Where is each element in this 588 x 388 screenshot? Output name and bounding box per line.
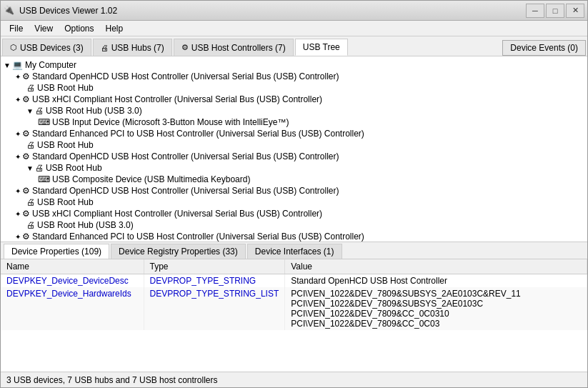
multiline-value: PCI\VEN_1022&DEV_7809&SUBSYS_2AE0103C (291, 299, 581, 309)
tree-item[interactable]: 🖨 USB Root Hub (USB 3.0) (1, 219, 587, 231)
maximize-button[interactable]: □ (546, 4, 564, 18)
expand-icon: ✦ (15, 153, 21, 161)
minimize-button[interactable]: ─ (526, 4, 544, 18)
col-header-name: Name (1, 259, 144, 274)
main-window: 🔌 USB Devices Viewer 1.02 ─ □ ✕ File Vie… (0, 0, 588, 388)
tree-item-label: USB Input Device (Microsoft 3-Button Mou… (52, 117, 289, 127)
data-table: Name Type Value DEVPKEY_Device_DeviceDes… (1, 259, 587, 330)
col-header-type: Type (144, 259, 285, 274)
hub-icon: 🖨 (26, 220, 35, 230)
tree-item-label: Standard OpenHCD USB Host Controller (Un… (32, 151, 339, 161)
tab-usb-tree-label: USB Tree (303, 42, 340, 52)
sub-tab-device-registry[interactable]: Device Registry Properties (33) (111, 244, 246, 259)
tab-usb-hc-label: USB Host Controllers (7) (191, 43, 286, 53)
tree-item[interactable]: ✦ ⚙ USB xHCI Compliant Host Controller (… (1, 208, 587, 219)
expand-icon: ▼ (4, 61, 11, 69)
menu-view[interactable]: View (29, 22, 59, 35)
tree-item-label: Standard OpenHCD USB Host Controller (Un… (32, 71, 339, 81)
computer-icon: 💻 (12, 60, 23, 70)
cell-type: DEVPROP_TYPE_STRING (144, 274, 285, 288)
gear-icon: ⚙ (22, 151, 30, 161)
tree-item[interactable]: ✦ ⚙ Standard OpenHCD USB Host Controller… (1, 71, 587, 82)
tree-item[interactable]: 🖨 USB Root Hub (1, 197, 587, 208)
tree-item[interactable]: ✦ ⚙ USB xHCI Compliant Host Controller (… (1, 94, 587, 105)
status-text: 3 USB devices, 7 USB hubs and 7 USB host… (6, 375, 217, 385)
multiline-value: PCI\VEN_1022&DEV_7809&CC_0C03 (291, 319, 581, 329)
tab-usb-devices[interactable]: ⬡ USB Devices (3) (2, 39, 91, 56)
tree-item[interactable]: ⌨ USB Input Device (Microsoft 3-Button M… (1, 116, 587, 128)
cell-name: DEVPKEY_Device_HardwareIds (1, 287, 144, 330)
tree-item-label: USB Root Hub (37, 140, 94, 150)
expand-icon: ✦ (15, 73, 21, 81)
bottom-panel: Device Properties (109) Device Registry … (1, 242, 587, 372)
expand-icon: ✦ (15, 210, 21, 218)
gear-icon: ⚙ (22, 71, 30, 81)
gear-icon: ⚙ (22, 232, 30, 242)
expand-icon: ✦ (15, 187, 21, 195)
cell-value: Standard OpenHCD USB Host Controller (285, 274, 587, 288)
tree-item[interactable]: 🖨 USB Root Hub (1, 82, 587, 94)
menu-options[interactable]: Options (59, 22, 99, 35)
gear-icon: ⚙ (22, 186, 30, 196)
hub-icon: 🖨 (35, 163, 44, 173)
tree-item-label: Standard OpenHCD USB Host Controller (Un… (32, 186, 339, 196)
expand-icon: ▼ (26, 164, 34, 172)
tree-item-label: USB Root Hub (USB 3.0) (46, 106, 142, 116)
tree-item[interactable]: 🖨 USB Root Hub (1, 139, 587, 151)
main-content: ▼ 💻 My Computer ✦ ⚙ Standard OpenHCD USB… (1, 56, 587, 372)
gear-icon: ⚙ (22, 209, 30, 219)
tree-item-label: USB xHCI Compliant Host Controller (Univ… (32, 209, 322, 219)
tree-item-label: USB Root Hub (46, 163, 102, 173)
hub-icon: 🖨 (26, 140, 35, 150)
expand-icon: ✦ (15, 233, 21, 241)
table-row[interactable]: DEVPKEY_Device_DeviceDesc DEVPROP_TYPE_S… (1, 274, 587, 288)
col-header-value: Value (285, 259, 587, 274)
sub-tab-device-properties[interactable]: Device Properties (109) (4, 244, 109, 259)
window-title: USB Devices Viewer 1.02 (19, 6, 117, 16)
tab-usb-hubs-label: USB Hubs (7) (111, 43, 164, 53)
tree-item-label: My Computer (25, 60, 76, 70)
title-bar: 🔌 USB Devices Viewer 1.02 ─ □ ✕ (1, 1, 587, 21)
usb-devices-icon: ⬡ (10, 43, 17, 52)
sub-tab-bar: Device Properties (109) Device Registry … (1, 242, 587, 259)
tab-usb-host-controllers[interactable]: ⚙ USB Host Controllers (7) (174, 39, 294, 56)
main-tab-bar: ⬡ USB Devices (3) 🖨 USB Hubs (7) ⚙ USB H… (1, 36, 587, 56)
tree-panel[interactable]: ▼ 💻 My Computer ✦ ⚙ Standard OpenHCD USB… (1, 56, 587, 242)
tree-item-label: USB Root Hub (37, 197, 94, 207)
tree-item[interactable]: ⌨ USB Composite Device (USB Multimedia K… (1, 174, 587, 185)
device-events-button[interactable]: Device Events (0) (502, 40, 586, 56)
gear-icon: ⚙ (22, 129, 30, 139)
menu-bar: File View Options Help (1, 21, 587, 36)
gear-icon: ⚙ (22, 94, 30, 104)
title-bar-left: 🔌 USB Devices Viewer 1.02 (4, 5, 117, 16)
tree-item[interactable]: ✦ ⚙ Standard OpenHCD USB Host Controller… (1, 151, 587, 162)
tree-item[interactable]: ▼ 🖨 USB Root Hub (USB 3.0) (1, 105, 587, 116)
tree-item-label: Standard Enhanced PCI to USB Host Contro… (32, 129, 364, 139)
tree-item[interactable]: ✦ ⚙ Standard Enhanced PCI to USB Host Co… (1, 128, 587, 139)
tree-item[interactable]: ✦ ⚙ Standard Enhanced PCI to USB Host Co… (1, 231, 587, 242)
hub-icon: 🖨 (26, 197, 35, 207)
tree-item[interactable]: ▼ 💻 My Computer (1, 59, 587, 71)
hub-icon: 🖨 (26, 83, 35, 93)
expand-icon: ✦ (15, 130, 21, 138)
tab-usb-tree[interactable]: USB Tree (295, 39, 348, 56)
app-icon: 🔌 (4, 5, 15, 16)
tree-item[interactable]: ✦ ⚙ Standard OpenHCD USB Host Controller… (1, 185, 587, 197)
tree-item-label: USB Root Hub (37, 83, 94, 93)
sub-tab-device-interfaces[interactable]: Device Interfaces (1) (247, 244, 342, 259)
cell-name: DEVPKEY_Device_DeviceDesc (1, 274, 144, 288)
menu-file[interactable]: File (4, 22, 29, 35)
title-buttons: ─ □ ✕ (526, 4, 584, 18)
device-icon: ⌨ (38, 174, 50, 184)
tab-usb-hubs[interactable]: 🖨 USB Hubs (7) (93, 39, 172, 56)
menu-help[interactable]: Help (100, 22, 129, 35)
tree-item[interactable]: ▼ 🖨 USB Root Hub (1, 162, 587, 174)
hub-icon: 🖨 (35, 106, 44, 116)
tree-item-label: USB Composite Device (USB Multimedia Key… (52, 174, 250, 184)
expand-icon: ▼ (26, 107, 34, 115)
properties-table[interactable]: Name Type Value DEVPKEY_Device_DeviceDes… (1, 259, 587, 372)
table-row[interactable]: DEVPKEY_Device_HardwareIds DEVPROP_TYPE_… (1, 287, 587, 330)
close-button[interactable]: ✕ (566, 4, 584, 18)
cell-type: DEVPROP_TYPE_STRING_LIST (144, 287, 285, 330)
tab-usb-devices-label: USB Devices (3) (20, 43, 84, 53)
